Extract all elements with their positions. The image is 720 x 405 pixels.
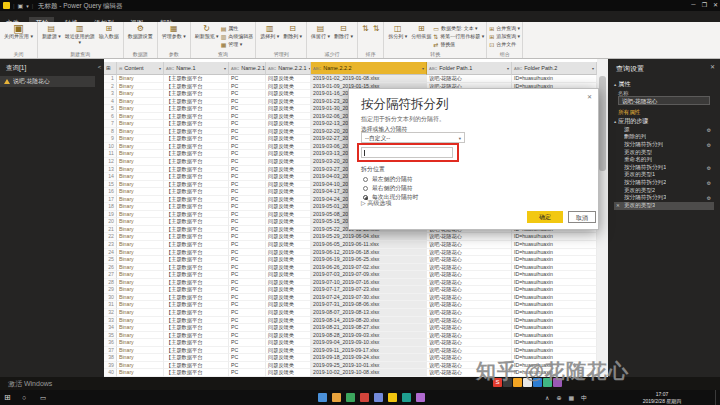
ribbon-button-enter-data[interactable]: ⊞输入数据: [97, 23, 121, 41]
cell-name21[interactable]: PC: [229, 332, 266, 340]
cell-fp2[interactable]: ID=huasuihuaxin: [512, 75, 597, 83]
cell-content[interactable]: Binary: [117, 226, 164, 234]
properties-section-header[interactable]: ▴属性: [614, 80, 630, 89]
cell-name21[interactable]: PC: [229, 362, 266, 370]
cell-content[interactable]: Binary: [117, 83, 164, 91]
cell-fp1[interactable]: 说吧-花随花心: [427, 332, 512, 340]
tray-icon-0[interactable]: ∧: [545, 394, 549, 403]
save-icon[interactable]: ▣: [18, 2, 24, 9]
cell-content[interactable]: Binary: [117, 166, 164, 174]
cell-name21[interactable]: PC: [229, 279, 266, 287]
cell-name1[interactable]: 【主题数据平台: [164, 332, 229, 340]
cell-name1[interactable]: 【主题数据平台: [164, 188, 229, 196]
cell-name222[interactable]: 2019-05-29_2019-06-04.xlsx: [311, 233, 427, 241]
cell-name1[interactable]: 【主题数据平台: [164, 347, 229, 355]
cell-name221[interactable]: 问题反馈类: [266, 264, 311, 272]
gear-icon[interactable]: ⚙: [707, 165, 711, 171]
cell-name222[interactable]: 2019-08-21_2019-08-27.xlsx: [311, 324, 427, 332]
cell-name21[interactable]: PC: [229, 317, 266, 325]
ribbon-button-refresh-preview[interactable]: ↻刷新预览 ▾: [193, 23, 221, 41]
cell-name221[interactable]: 问题反馈类: [266, 211, 311, 219]
cell-name21[interactable]: PC: [229, 158, 266, 166]
cell-fp1[interactable]: 说吧-花随花心: [427, 241, 512, 249]
taskbar-app-icon-0[interactable]: [318, 393, 327, 402]
cell-name1[interactable]: 【主题数据平台: [164, 264, 229, 272]
cell-name1[interactable]: 【主题数据平台: [164, 203, 229, 211]
cell-name221[interactable]: 问题反馈类: [266, 309, 311, 317]
cell-fp1[interactable]: 说吧-花随花心: [427, 347, 512, 355]
ribbon-button-sort-descending[interactable]: ⇅: [371, 23, 382, 34]
ribbon-button-manage[interactable]: ▦管理 ▾: [221, 40, 254, 48]
cell-content[interactable]: Binary: [117, 264, 164, 272]
cell-name21[interactable]: PC: [229, 113, 266, 121]
ribbon-button-use-first-row-as-headers[interactable]: ⇅将第一行用作标题 ▾: [433, 32, 484, 40]
cell-name21[interactable]: PC: [229, 143, 266, 151]
start-button[interactable]: ⊞: [4, 393, 11, 402]
cell-content[interactable]: Binary: [117, 173, 164, 181]
gear-icon[interactable]: ⚙: [707, 195, 711, 201]
cell-name21[interactable]: PC: [229, 264, 266, 272]
cell-fp2[interactable]: ID=huasuihuaxin: [512, 332, 597, 340]
cell-name1[interactable]: 【主题数据平台: [164, 271, 229, 279]
cell-content[interactable]: Binary: [117, 249, 164, 257]
column-header-name222[interactable]: ABCName.2.2.2▾: [311, 62, 427, 75]
cell-name1[interactable]: 【主题数据平台: [164, 301, 229, 309]
cell-fp1[interactable]: 说吧-花随花心: [427, 324, 512, 332]
cell-name21[interactable]: PC: [229, 309, 266, 317]
cell-content[interactable]: Binary: [117, 181, 164, 189]
cell-name1[interactable]: 【主题数据平台: [164, 90, 229, 98]
cell-name21[interactable]: PC: [229, 369, 266, 377]
cell-content[interactable]: Binary: [117, 150, 164, 158]
cell-name221[interactable]: 问题反馈类: [266, 324, 311, 332]
cell-name221[interactable]: 问题反馈类: [266, 105, 311, 113]
cell-content[interactable]: Binary: [117, 128, 164, 136]
ribbon-button-group-by[interactable]: ⊞分组依据: [409, 23, 433, 41]
cell-content[interactable]: Binary: [117, 339, 164, 347]
cell-name221[interactable]: 问题反馈类: [266, 90, 311, 98]
cell-fp2[interactable]: ID=huasuihuaxin: [512, 271, 597, 279]
cell-name1[interactable]: 【主题数据平台: [164, 98, 229, 106]
cell-name221[interactable]: 问题反馈类: [266, 362, 311, 370]
radio-leftmost-delimiter[interactable]: 最左侧的分隔符: [363, 175, 413, 184]
cell-content[interactable]: Binary: [117, 354, 164, 362]
cell-name21[interactable]: PC: [229, 120, 266, 128]
cell-name221[interactable]: 问题反馈类: [266, 120, 311, 128]
cell-name222[interactable]: 2019-07-10_2019-07-16.xlsx: [311, 279, 427, 287]
cell-name21[interactable]: PC: [229, 135, 266, 143]
cell-name221[interactable]: 问题反馈类: [266, 113, 311, 121]
filter-dropdown-icon[interactable]: ▾: [224, 66, 226, 71]
cell-name221[interactable]: 问题反馈类: [266, 241, 311, 249]
cell-fp2[interactable]: ID=huasuihuaxin: [512, 294, 597, 302]
advanced-options-toggle[interactable]: ▷ 高级选项: [361, 199, 391, 208]
cell-name21[interactable]: PC: [229, 256, 266, 264]
cell-name221[interactable]: 问题反馈类: [266, 203, 311, 211]
cell-name221[interactable]: 问题反馈类: [266, 173, 311, 181]
cell-fp2[interactable]: ID=huasuihuaxin: [512, 317, 597, 325]
cell-name221[interactable]: 问题反馈类: [266, 143, 311, 151]
cell-fp2[interactable]: ID=huasuihuaxin: [512, 309, 597, 317]
cell-name1[interactable]: 【主题数据平台: [164, 120, 229, 128]
cell-fp2[interactable]: ID=huasuihuaxin: [512, 286, 597, 294]
cell-name21[interactable]: PC: [229, 271, 266, 279]
cell-name21[interactable]: PC: [229, 128, 266, 136]
cell-name21[interactable]: PC: [229, 90, 266, 98]
delete-step-icon[interactable]: ✕: [616, 203, 620, 208]
cell-content[interactable]: Binary: [117, 135, 164, 143]
cell-content[interactable]: Binary: [117, 233, 164, 241]
cell-name222[interactable]: 2019-10-02_2019-10-08.xlsx: [311, 369, 427, 377]
cell-fp1[interactable]: 说吧-花随花心: [427, 339, 512, 347]
cell-name21[interactable]: PC: [229, 249, 266, 257]
cell-name21[interactable]: PC: [229, 181, 266, 189]
cell-name221[interactable]: 问题反馈类: [266, 294, 311, 302]
cell-name1[interactable]: 【主题数据平台: [164, 309, 229, 317]
cell-name21[interactable]: PC: [229, 301, 266, 309]
cell-fp2[interactable]: ID=huasuihuaxin: [512, 339, 597, 347]
cell-name21[interactable]: PC: [229, 324, 266, 332]
cell-content[interactable]: Binary: [117, 301, 164, 309]
cell-name222[interactable]: 2019-07-24_2019-07-30.xlsx: [311, 294, 427, 302]
maximize-button[interactable]: ❐: [700, 1, 709, 8]
cell-name222[interactable]: 2019-07-03_2019-07-09.xlsx: [311, 271, 427, 279]
cell-name221[interactable]: 问题反馈类: [266, 256, 311, 264]
ribbon-button-replace-values[interactable]: ⇄替换值: [433, 40, 484, 48]
cell-name21[interactable]: PC: [229, 196, 266, 204]
